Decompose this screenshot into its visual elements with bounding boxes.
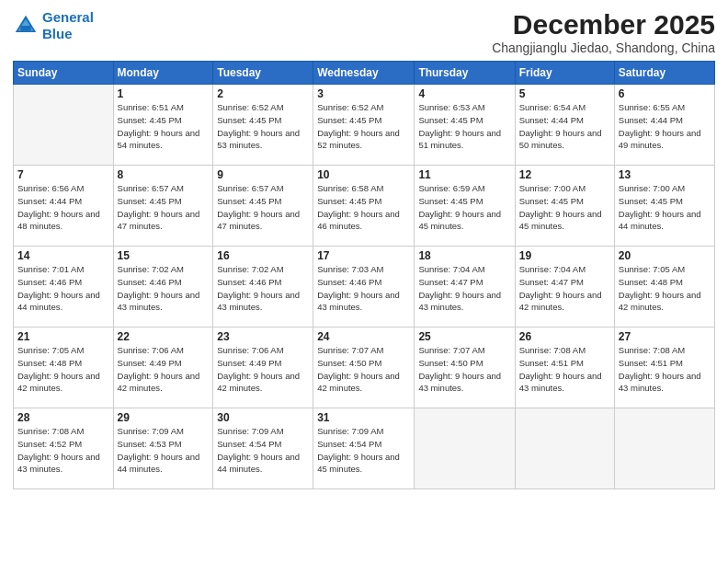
calendar-header-thursday: Thursday [415,62,515,85]
day-info: Sunrise: 6:57 AMSunset: 4:45 PMDaylight:… [217,182,309,233]
calendar-cell: 30Sunrise: 7:09 AMSunset: 4:54 PMDayligh… [213,408,313,489]
day-info: Sunrise: 7:05 AMSunset: 4:48 PMDaylight:… [17,344,109,395]
calendar-cell: 15Sunrise: 7:02 AMSunset: 4:46 PMDayligh… [113,247,213,327]
logo-line1: General [42,9,94,25]
day-info: Sunrise: 6:51 AMSunset: 4:45 PMDaylight:… [118,101,210,152]
calendar-cell: 28Sunrise: 7:08 AMSunset: 4:52 PMDayligh… [14,408,114,489]
day-info: Sunrise: 7:00 AMSunset: 4:45 PMDaylight:… [619,182,711,233]
calendar-cell [14,85,114,166]
calendar-cell: 16Sunrise: 7:02 AMSunset: 4:46 PMDayligh… [213,247,313,327]
day-number: 29 [118,411,210,424]
day-number: 31 [317,411,410,424]
svg-rect-2 [20,26,30,31]
calendar-cell: 5Sunrise: 6:54 AMSunset: 4:44 PMDaylight… [515,85,614,166]
day-info: Sunrise: 7:08 AMSunset: 4:51 PMDaylight:… [619,344,711,395]
day-info: Sunrise: 6:58 AMSunset: 4:45 PMDaylight:… [317,182,410,233]
calendar-cell: 11Sunrise: 6:59 AMSunset: 4:45 PMDayligh… [415,166,515,247]
day-number: 15 [118,249,210,262]
day-info: Sunrise: 7:09 AMSunset: 4:53 PMDaylight:… [118,425,210,476]
calendar-table: SundayMondayTuesdayWednesdayThursdayFrid… [13,61,715,489]
day-number: 24 [317,330,410,343]
day-info: Sunrise: 6:56 AMSunset: 4:44 PMDaylight:… [17,182,109,233]
calendar-cell: 9Sunrise: 6:57 AMSunset: 4:45 PMDaylight… [213,166,313,247]
calendar-cell: 22Sunrise: 7:06 AMSunset: 4:49 PMDayligh… [113,327,213,408]
day-info: Sunrise: 7:02 AMSunset: 4:46 PMDaylight:… [118,263,210,314]
day-number: 23 [217,330,309,343]
day-info: Sunrise: 7:04 AMSunset: 4:47 PMDaylight:… [519,263,610,314]
day-info: Sunrise: 7:06 AMSunset: 4:49 PMDaylight:… [118,344,210,395]
calendar-cell: 23Sunrise: 7:06 AMSunset: 4:49 PMDayligh… [213,327,313,408]
calendar-cell: 31Sunrise: 7:09 AMSunset: 4:54 PMDayligh… [313,408,415,489]
calendar-week-3: 14Sunrise: 7:01 AMSunset: 4:46 PMDayligh… [14,247,715,327]
calendar-cell: 19Sunrise: 7:04 AMSunset: 4:47 PMDayligh… [515,247,614,327]
calendar-cell: 13Sunrise: 7:00 AMSunset: 4:45 PMDayligh… [614,166,714,247]
day-number: 19 [519,249,610,262]
day-info: Sunrise: 6:52 AMSunset: 4:45 PMDaylight:… [317,101,410,152]
calendar-cell: 4Sunrise: 6:53 AMSunset: 4:45 PMDaylight… [415,85,515,166]
day-number: 8 [118,168,210,181]
calendar-cell: 1Sunrise: 6:51 AMSunset: 4:45 PMDaylight… [113,85,213,166]
calendar-cell: 21Sunrise: 7:05 AMSunset: 4:48 PMDayligh… [14,327,114,408]
day-number: 26 [519,330,610,343]
calendar-cell: 7Sunrise: 6:56 AMSunset: 4:44 PMDaylight… [14,166,114,247]
calendar-cell: 6Sunrise: 6:55 AMSunset: 4:44 PMDaylight… [614,85,714,166]
calendar-header-friday: Friday [515,62,614,85]
day-info: Sunrise: 7:05 AMSunset: 4:48 PMDaylight:… [619,263,711,314]
day-number: 25 [418,330,510,343]
calendar-week-4: 21Sunrise: 7:05 AMSunset: 4:48 PMDayligh… [14,327,715,408]
calendar-header-sunday: Sunday [14,62,114,85]
calendar-week-2: 7Sunrise: 6:56 AMSunset: 4:44 PMDaylight… [14,166,715,247]
calendar-cell: 14Sunrise: 7:01 AMSunset: 4:46 PMDayligh… [14,247,114,327]
calendar-cell: 10Sunrise: 6:58 AMSunset: 4:45 PMDayligh… [313,166,415,247]
day-number: 2 [217,87,309,100]
calendar-cell: 24Sunrise: 7:07 AMSunset: 4:50 PMDayligh… [313,327,415,408]
day-number: 28 [17,411,109,424]
calendar-header-row: SundayMondayTuesdayWednesdayThursdayFrid… [14,62,715,85]
day-number: 27 [619,330,711,343]
day-number: 9 [217,168,309,181]
day-info: Sunrise: 6:54 AMSunset: 4:44 PMDaylight:… [519,101,610,152]
day-info: Sunrise: 7:08 AMSunset: 4:52 PMDaylight:… [17,425,109,476]
calendar-cell: 8Sunrise: 6:57 AMSunset: 4:45 PMDaylight… [113,166,213,247]
day-number: 18 [418,249,510,262]
day-info: Sunrise: 7:09 AMSunset: 4:54 PMDaylight:… [317,425,410,476]
day-info: Sunrise: 7:07 AMSunset: 4:50 PMDaylight:… [317,344,410,395]
day-number: 20 [619,249,711,262]
day-number: 17 [317,249,410,262]
day-number: 21 [17,330,109,343]
day-info: Sunrise: 7:08 AMSunset: 4:51 PMDaylight:… [519,344,610,395]
calendar-cell: 3Sunrise: 6:52 AMSunset: 4:45 PMDaylight… [313,85,415,166]
logo: General Blue [13,9,94,42]
day-info: Sunrise: 6:55 AMSunset: 4:44 PMDaylight:… [619,101,711,152]
calendar-cell [515,408,614,489]
day-number: 5 [519,87,610,100]
day-info: Sunrise: 7:03 AMSunset: 4:46 PMDaylight:… [317,263,410,314]
subtitle: Changjianglu Jiedao, Shandong, China [492,40,715,55]
page-container: General Blue December 2025 Changjianglu … [0,0,728,497]
calendar-cell: 20Sunrise: 7:05 AMSunset: 4:48 PMDayligh… [614,247,714,327]
calendar-cell [415,408,515,489]
calendar-header-wednesday: Wednesday [313,62,415,85]
day-number: 10 [317,168,410,181]
day-number: 16 [217,249,309,262]
day-info: Sunrise: 7:00 AMSunset: 4:45 PMDaylight:… [519,182,610,233]
day-number: 3 [317,87,410,100]
day-number: 14 [17,249,109,262]
logo-icon [13,13,39,39]
calendar-cell [614,408,714,489]
calendar-cell: 17Sunrise: 7:03 AMSunset: 4:46 PMDayligh… [313,247,415,327]
day-number: 22 [118,330,210,343]
day-number: 30 [217,411,309,424]
logo-line2: Blue [42,26,73,41]
logo-text: General Blue [42,9,94,42]
day-number: 7 [17,168,109,181]
day-number: 4 [418,87,510,100]
day-number: 11 [418,168,510,181]
calendar-header-saturday: Saturday [614,62,714,85]
calendar-header-monday: Monday [113,62,213,85]
day-number: 12 [519,168,610,181]
day-number: 13 [619,168,711,181]
calendar-week-1: 1Sunrise: 6:51 AMSunset: 4:45 PMDaylight… [14,85,715,166]
day-info: Sunrise: 6:53 AMSunset: 4:45 PMDaylight:… [418,101,510,152]
calendar-cell: 18Sunrise: 7:04 AMSunset: 4:47 PMDayligh… [415,247,515,327]
